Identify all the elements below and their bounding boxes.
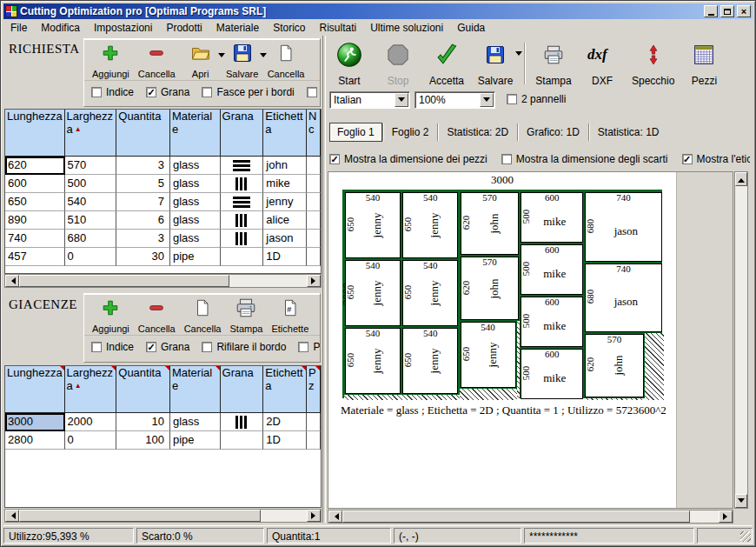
tab-foglio-2[interactable]: Foglio 2 [383, 123, 438, 142]
checkbox-grana[interactable]: ✓Grana [146, 86, 189, 98]
checkbox-grana[interactable]: ✓Grana [146, 341, 189, 353]
giacenze-cancella-button[interactable]: Cancella [136, 296, 178, 335]
checkbox-box[interactable] [202, 342, 212, 352]
col-header-nc[interactable]: Nc [307, 110, 321, 157]
cell[interactable]: 2800 [5, 431, 65, 450]
cell[interactable]: glass [170, 413, 221, 431]
cell[interactable]: 3 [116, 157, 170, 175]
scroll-down-button[interactable] [735, 494, 747, 508]
menu-materiale[interactable]: Materiale [209, 20, 266, 36]
checkbox-rifilare-il-bordo[interactable]: Rifilare il bordo [202, 341, 286, 353]
cell[interactable] [221, 193, 264, 211]
cell[interactable]: 570 [65, 157, 117, 175]
col-header-lunghezza[interactable]: Lunghezza [5, 366, 65, 413]
cell[interactable]: 540 [65, 193, 117, 211]
menu-storico[interactable]: Storico [266, 20, 312, 36]
cell[interactable]: 1D [263, 248, 307, 266]
cell[interactable] [307, 175, 321, 193]
canvas-h-scrollbar[interactable] [328, 510, 733, 524]
cell[interactable]: 6 [116, 211, 170, 230]
cell[interactable]: 100 [116, 431, 170, 450]
language-select[interactable]: Italian [329, 91, 410, 109]
scroll-thumb[interactable] [342, 510, 690, 523]
tab-grafico-1d[interactable]: Grafico: 1D [518, 123, 588, 142]
dropdown-button[interactable] [480, 93, 494, 107]
richiesta-salvare-button[interactable]: Salvare [223, 41, 262, 80]
checkbox-box[interactable] [202, 87, 212, 97]
cell[interactable]: 7 [116, 193, 170, 211]
cell[interactable]: 457 [5, 248, 65, 266]
checkbox-priorita[interactable]: Priorita [298, 341, 320, 353]
richiesta-aggiungi-button[interactable]: Aggiungi [90, 41, 132, 80]
menu-file[interactable]: File [3, 20, 34, 36]
panel-splitter[interactable] [322, 36, 326, 523]
cell[interactable]: glass [170, 211, 221, 230]
cell[interactable]: john [263, 157, 307, 175]
checkbox-box[interactable]: ✓ [146, 87, 156, 97]
cell[interactable] [307, 431, 321, 450]
scroll-right-button[interactable] [307, 510, 321, 522]
dropdown-button[interactable] [395, 93, 408, 107]
cell[interactable]: 0 [65, 431, 117, 450]
col-header-grana[interactable]: Grana [221, 110, 264, 157]
cell[interactable]: glass [170, 175, 221, 193]
scroll-right-button[interactable] [719, 510, 733, 523]
checkbox-mostra-la-dimensione-degli-scarti[interactable]: Mostra la dimensione degli scarti [501, 153, 668, 165]
scroll-thumb[interactable] [19, 275, 229, 287]
zoom-select[interactable]: 100% [414, 91, 495, 109]
scroll-left-button[interactable] [5, 510, 19, 522]
checkbox-box[interactable] [91, 87, 102, 97]
checkbox-mostra-l-etichetta-del-pe[interactable]: ✓Mostra l'etichetta del pe [682, 153, 751, 165]
minimize-button[interactable] [704, 5, 718, 17]
solution-accetta-button[interactable]: Accetta [425, 39, 468, 88]
richiesta-cancella-button[interactable]: Cancella [265, 41, 308, 80]
richiesta-apri-button[interactable]: Apri [182, 41, 220, 80]
cell[interactable]: 620 [5, 157, 65, 175]
close-button[interactable]: × [737, 5, 751, 17]
cell[interactable] [307, 413, 321, 431]
cell[interactable]: 5 [116, 175, 170, 193]
dropdown-arrow-icon[interactable] [515, 51, 522, 59]
cell[interactable]: 30 [116, 248, 170, 266]
cell[interactable]: mike [263, 175, 307, 193]
cell[interactable] [221, 175, 264, 193]
checkbox-fasce-per-i-bordi[interactable]: Fasce per i bordi [202, 86, 294, 98]
scroll-up-button[interactable] [735, 172, 747, 186]
solution-start-button[interactable]: Start [328, 39, 371, 88]
col-header-materiale[interactable]: Materiale [170, 110, 221, 157]
solution-pezzi-button[interactable]: Pezzi [682, 39, 726, 88]
menu-risultati[interactable]: Risultati [312, 20, 363, 36]
cell[interactable]: glass [170, 157, 221, 175]
cell[interactable] [307, 157, 321, 175]
cell[interactable]: 510 [65, 211, 117, 230]
cell[interactable]: 2D [263, 413, 307, 431]
tab-foglio-1[interactable]: Foglio 1 [329, 123, 382, 142]
giacenze-aggiungi-button[interactable]: Aggiungi [90, 296, 132, 335]
cell[interactable]: glass [170, 230, 221, 248]
cell[interactable]: pipe [170, 431, 221, 450]
checkbox-2-pannelli[interactable]: 2 pannelli [507, 93, 566, 105]
col-header-lunghezza[interactable]: Lunghezza [5, 110, 65, 157]
menu-prodotti[interactable]: Prodotti [159, 20, 209, 36]
tab-statistica-2d[interactable]: Statistica: 2D [438, 123, 517, 142]
checkbox-spes[interactable]: Spes [307, 86, 320, 98]
menu-modifica[interactable]: Modifica [34, 20, 87, 36]
giacenze-etichette-button[interactable]: #Etichette [269, 296, 311, 335]
cell[interactable]: pipe [170, 248, 221, 266]
col-header-etichetta[interactable]: Etichetta [263, 366, 307, 413]
menu-ultime-soluzioni[interactable]: Ultime soluzioni [363, 20, 450, 36]
col-header-materiale[interactable]: Materiale [170, 366, 221, 413]
cell[interactable]: 2000 [65, 413, 117, 431]
cell[interactable]: 650 [5, 193, 65, 211]
cell[interactable] [221, 431, 264, 450]
col-header-larghezza[interactable]: Larghezza▲ [65, 366, 117, 413]
scroll-thumb[interactable] [19, 510, 261, 522]
checkbox-mostra-la-dimensione-dei-pezzi[interactable]: ✓Mostra la dimensione dei pezzi [329, 153, 487, 165]
cell[interactable]: 890 [5, 211, 65, 230]
cell[interactable]: 600 [5, 175, 65, 193]
giacenze-cancella-button[interactable]: Cancella [182, 296, 224, 335]
cell[interactable] [221, 211, 264, 230]
cell[interactable]: jenny [263, 193, 307, 211]
cell[interactable]: 10 [116, 413, 170, 431]
scroll-left-button[interactable] [328, 510, 342, 523]
